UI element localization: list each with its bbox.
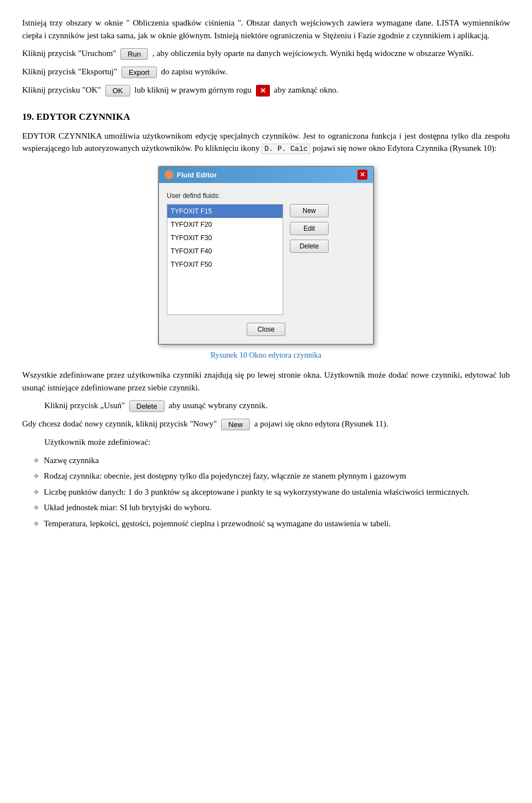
section-title-text: EDYTOR CZYNNIKA [37, 111, 130, 122]
fluid-editor-dialog: Fluid Editor ✕ User defind fluids: TYFOX… [158, 166, 374, 345]
para3-suffix: do zapisu wyników. [161, 67, 227, 76]
fluid-list-item[interactable]: TYFOXIT F20 [167, 218, 283, 231]
dialog-left-panel: User defind fluids: TYFOXIT F15TYFOXIT F… [167, 191, 283, 315]
dialog-container: Fluid Editor ✕ User defind fluids: TYFOX… [22, 166, 510, 345]
para4-middle: lub kliknij w prawym górnym rogu [135, 85, 254, 94]
paragraph-3: Kliknij przycisk "Eksportuj" Export do z… [22, 65, 510, 78]
para4-prefix: Kliknij przycisku "OK" [22, 85, 101, 94]
new-inline-button[interactable]: New [221, 419, 250, 430]
para3-prefix: Kliknij przycisk "Eksportuj" [22, 67, 117, 76]
paragraph-2: Kliknij przycisk "Uruchom" Run , aby obl… [22, 47, 510, 60]
close-x-button[interactable]: ✕ [256, 85, 270, 96]
dialog-label: User defind fluids: [167, 191, 283, 201]
dialog-close-btn[interactable]: Close [247, 323, 285, 336]
define-label: Użytkownik może zdefiniować: [44, 436, 510, 449]
dialog-body: User defind fluids: TYFOXIT F15TYFOXIT F… [159, 183, 373, 323]
dialog-delete-button[interactable]: Delete [290, 240, 329, 253]
delete-para: Kliknij przycisk „Usuń" Delete aby usuną… [44, 399, 510, 412]
dialog-titlebar: Fluid Editor ✕ [159, 167, 373, 184]
fluid-list[interactable]: TYFOXIT F15TYFOXIT F20TYFOXIT F30TYFOXIT… [167, 204, 283, 315]
titlebar-left: Fluid Editor [165, 170, 217, 181]
dialog-footer: Close [159, 323, 373, 344]
paragraph-1: Istnieją trzy obszary w oknie " Obliczen… [22, 17, 510, 42]
all-fluid-para: Wszystkie zdefiniowane przez użytkownika… [22, 369, 510, 394]
dialog-buttons-panel: New Edit Delete [290, 191, 329, 315]
export-button[interactable]: Export [121, 67, 157, 78]
new-para-suffix: a pojawi się okno edytora (Rysunek 11). [254, 419, 388, 428]
new-para: Gdy chcesz dodać nowy czynnik, kliknij p… [22, 418, 510, 430]
fluid-list-item[interactable]: TYFOXIT F50 [167, 258, 283, 271]
bullet-item: Układ jednostek miar: SI lub brytyjski d… [33, 501, 510, 514]
ok-button[interactable]: OK [105, 85, 130, 96]
fluid-list-item[interactable]: TYFOXIT F30 [167, 231, 283, 245]
bullet-item: Nazwę czynnika [33, 454, 510, 467]
para2-suffix: , aby obliczenia były oparte na danych w… [152, 49, 474, 58]
bullet-item: Temperatura, lepkości, gęstości, pojemno… [33, 517, 510, 530]
new-para-prefix: Gdy chcesz dodać nowy czynnik, kliknij p… [22, 419, 217, 428]
delete-para-suffix: aby usunąć wybrany czynnik. [168, 401, 267, 410]
section-desc: EDYTOR CZYNNIKA umożliwia użytkownikom e… [22, 130, 510, 155]
para2-prefix: Kliknij przycisk "Uruchom" [22, 49, 116, 58]
section-desc2: pojawi się nowe okno Edytora Czynnika (R… [313, 144, 497, 153]
bullet-item: Rodzaj czynnika: obecnie, jest dostępny … [33, 470, 510, 482]
para4-suffix: aby zamknąć okno. [274, 85, 338, 94]
figure-caption: Rysunek 10 Okno edytora czynnika [22, 349, 510, 361]
dp-calc-label: D. P. Calc [262, 144, 310, 154]
delete-para-prefix: Kliknij przycisk „Usuń" [44, 401, 125, 410]
dialog-close-button[interactable]: ✕ [357, 170, 367, 180]
section-number: 19. [22, 111, 34, 122]
dialog-new-button[interactable]: New [290, 204, 329, 217]
fluid-editor-icon [165, 170, 173, 179]
dialog-edit-button[interactable]: Edit [290, 222, 329, 235]
bullet-list: Nazwę czynnikaRodzaj czynnika: obecnie, … [22, 454, 510, 530]
paragraph-4: Kliknij przycisku "OK" OK lub kliknij w … [22, 84, 510, 96]
fluid-list-item[interactable]: TYFOXIT F15 [167, 205, 283, 218]
bullet-item: Liczbę punktów danych: 1 do 3 punktów są… [33, 486, 510, 499]
dialog-title: Fluid Editor [177, 170, 217, 181]
run-button[interactable]: Run [120, 48, 148, 60]
section-heading: 19. EDYTOR CZYNNIKA [22, 110, 510, 124]
delete-inline-button[interactable]: Delete [129, 400, 165, 412]
fluid-list-item[interactable]: TYFOXIT F40 [167, 245, 283, 258]
